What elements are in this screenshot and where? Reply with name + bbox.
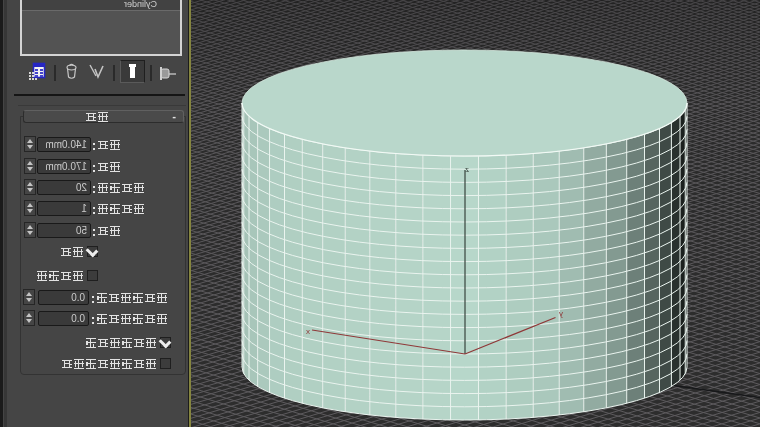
svg-text:y: y xyxy=(559,309,563,318)
svg-text:z: z xyxy=(465,165,469,174)
svg-text:x: x xyxy=(306,327,310,336)
